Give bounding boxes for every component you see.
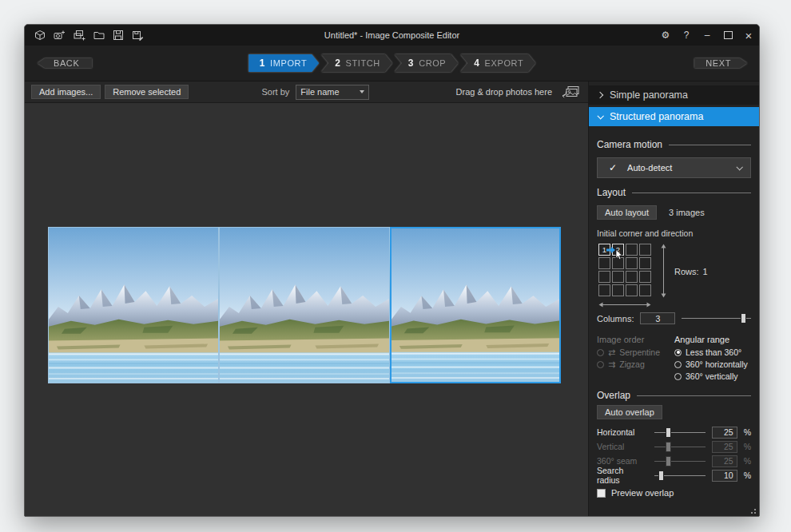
grid-cell[interactable] xyxy=(639,257,651,269)
photo-thumbnail-2[interactable] xyxy=(219,227,390,383)
photo-thumbnail-3[interactable] xyxy=(390,227,561,383)
help-button[interactable]: ? xyxy=(676,25,697,46)
radio-zigzag[interactable]: ⇉ Zigzag xyxy=(597,359,674,369)
auto-layout-button[interactable]: Auto layout xyxy=(597,205,657,220)
drag-drop-hint: Drag & drop photos here xyxy=(456,87,552,97)
structured-panorama-header[interactable]: Structured panorama xyxy=(589,107,759,126)
search-radius-value[interactable]: 10 xyxy=(712,470,737,482)
import-toolbar: Add images... Remove selected Sort by Fi… xyxy=(25,81,588,103)
app-window: Untitled* - Image Composite Editor ⚙ ? –… xyxy=(24,24,760,517)
preview-overlap-label: Preview overlap xyxy=(611,488,674,498)
rows-label: Rows:1 xyxy=(674,267,708,276)
new-panorama-from-video-icon[interactable] xyxy=(74,30,85,41)
tab-stitch[interactable]: 2STITCH xyxy=(321,54,392,72)
seam-overlap-slider xyxy=(654,456,706,466)
columns-label: Columns: xyxy=(597,314,634,324)
resize-grip[interactable] xyxy=(748,506,756,514)
horizontal-overlap-slider[interactable] xyxy=(654,427,706,438)
next-button[interactable]: NEXT xyxy=(694,58,747,68)
grid-cell[interactable] xyxy=(639,284,651,296)
slider-thumb[interactable] xyxy=(666,427,671,438)
seam-overlap-value: 25 xyxy=(712,455,737,467)
image-count-text: 3 images xyxy=(669,208,705,217)
angular-range-title: Angular range xyxy=(674,335,751,344)
tab-export[interactable]: 4EXPORT xyxy=(460,54,535,72)
sort-by-dropdown[interactable]: File name xyxy=(296,85,369,100)
new-panorama-from-images-icon[interactable] xyxy=(54,30,66,41)
chevron-down-icon xyxy=(360,90,364,93)
slider-thumb[interactable] xyxy=(658,470,664,481)
step-navbar: BACK 1IMPORT 2STITCH 3CROP 4EXPORT NEXT xyxy=(25,46,759,81)
checkmark-icon: ✓ xyxy=(609,162,617,173)
search-radius-slider[interactable] xyxy=(654,470,706,481)
open-folder-icon[interactable] xyxy=(93,30,105,41)
columns-input[interactable]: 3 xyxy=(640,312,675,324)
horizontal-overlap-value[interactable]: 25 xyxy=(712,427,737,439)
grid-cell[interactable] xyxy=(598,284,610,296)
chevron-down-icon xyxy=(597,113,603,119)
save-as-icon[interactable] xyxy=(132,30,144,41)
grid-cell[interactable] xyxy=(626,271,638,283)
grid-cell[interactable] xyxy=(626,257,638,269)
back-button[interactable]: BACK xyxy=(38,58,92,68)
grid-cell[interactable] xyxy=(598,257,610,269)
columns-slider[interactable] xyxy=(682,313,751,324)
simple-panorama-header[interactable]: Simple panorama xyxy=(589,85,759,105)
grid-cell[interactable] xyxy=(612,271,624,283)
columns-extent-arrow-icon xyxy=(598,300,651,310)
maximize-button[interactable] xyxy=(717,25,738,46)
grid-cell[interactable] xyxy=(626,284,638,296)
save-icon[interactable] xyxy=(113,30,124,41)
drag-drop-photos-icon xyxy=(561,85,580,99)
grid-cell[interactable] xyxy=(626,244,638,256)
angular-range-group: Angular range Less than 360° 360° horizo… xyxy=(674,335,751,381)
tab-import[interactable]: 1IMPORT xyxy=(248,54,319,72)
mouse-cursor xyxy=(615,249,623,262)
auto-overlap-button[interactable]: Auto overlap xyxy=(597,405,662,419)
settings-gear-icon[interactable]: ⚙ xyxy=(655,25,676,46)
grid-cell[interactable] xyxy=(639,244,651,256)
slider-thumb xyxy=(666,456,671,466)
maximize-icon xyxy=(724,31,733,39)
tab-crop[interactable]: 3CROP xyxy=(395,54,458,72)
remove-selected-button[interactable]: Remove selected xyxy=(105,85,189,99)
grid-cell[interactable] xyxy=(598,271,610,283)
chevron-right-icon xyxy=(597,92,603,98)
grid-cell[interactable] xyxy=(639,271,651,283)
radio-less-than-360[interactable]: Less than 360° xyxy=(674,347,751,357)
zigzag-icon: ⇉ xyxy=(608,360,615,369)
slider-thumb[interactable] xyxy=(741,313,746,324)
slider-thumb xyxy=(666,442,671,452)
layout-title: Layout xyxy=(597,187,751,198)
grid-cell[interactable] xyxy=(612,284,624,296)
sort-by-label: Sort by xyxy=(261,87,289,97)
radio-icon xyxy=(597,361,604,368)
close-button[interactable]: × xyxy=(738,25,759,46)
camera-motion-dropdown[interactable]: ✓ Auto-detect xyxy=(597,157,751,178)
radio-360-vertically[interactable]: 360° vertically xyxy=(674,371,751,381)
minimize-button[interactable]: – xyxy=(697,25,717,46)
radio-icon xyxy=(674,361,682,368)
app-logo-icon[interactable] xyxy=(34,30,46,41)
chevron-down-icon xyxy=(736,164,742,170)
radio-icon xyxy=(597,349,604,356)
add-images-button[interactable]: Add images... xyxy=(31,85,101,99)
titlebar: Untitled* - Image Composite Editor ⚙ ? –… xyxy=(25,25,759,46)
preview-overlap-checkbox[interactable] xyxy=(597,489,606,498)
vertical-overlap-slider xyxy=(654,442,706,452)
search-radius-row: Search radius 10 % xyxy=(597,468,751,482)
rows-extent-arrow-icon xyxy=(660,244,667,300)
overlap-title: Overlap xyxy=(597,390,751,401)
panorama-settings-panel: Simple panorama Structured panorama Came… xyxy=(588,81,759,516)
radio-360-horizontally[interactable]: 360° horizontally xyxy=(674,359,751,369)
vertical-overlap-value: 25 xyxy=(712,441,737,453)
image-order-title: Image order xyxy=(597,335,674,344)
horizontal-overlap-row: Horizontal 25 % xyxy=(597,425,751,439)
image-order-group: Image order ⇄ Serpentine ⇉ Zigzag xyxy=(597,335,674,381)
radio-selected-icon xyxy=(674,349,682,356)
photo-thumbnail-1[interactable] xyxy=(48,227,219,383)
radio-serpentine[interactable]: ⇄ Serpentine xyxy=(597,347,674,357)
window-title: Untitled* - Image Composite Editor xyxy=(324,30,459,40)
image-canvas xyxy=(25,103,588,516)
layout-grid-zone: 1 2 xyxy=(597,242,751,311)
